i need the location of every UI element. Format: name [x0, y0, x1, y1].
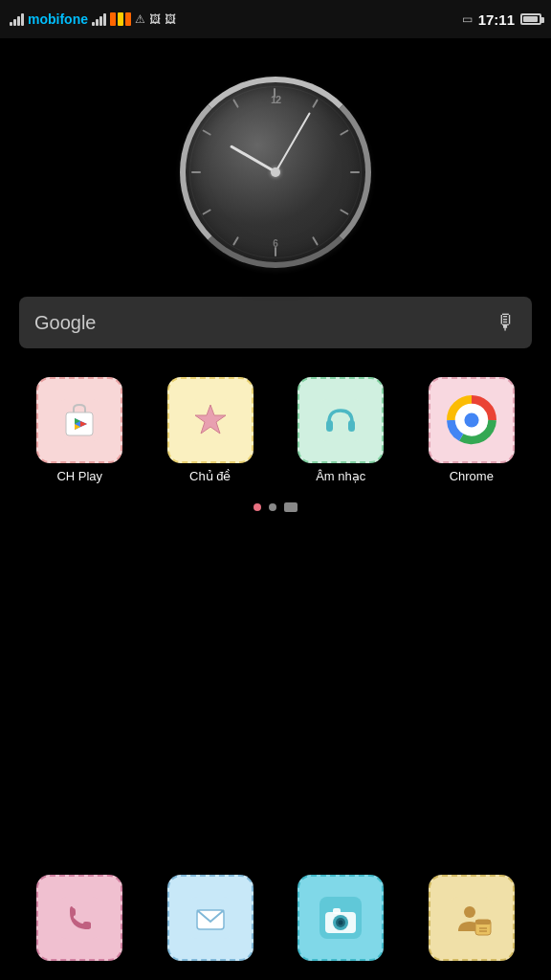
status-bar: mobifone ⚠ 🖼 🖼 ▭ 17:11	[0, 0, 551, 38]
svg-rect-26	[475, 920, 491, 924]
dock-icon-phone	[36, 875, 122, 961]
page-dot-1[interactable]	[253, 503, 261, 511]
chplay-svg-icon	[58, 399, 100, 441]
mic-icon[interactable]: 🎙	[496, 310, 517, 335]
tablet-icon: ▭	[462, 12, 473, 26]
clock-hour-hand	[230, 145, 276, 173]
svg-point-13	[464, 412, 478, 427]
svg-point-21	[339, 921, 343, 925]
clock-minute-hand	[275, 112, 311, 172]
dock-item-phone[interactable]	[19, 875, 141, 961]
status-time: 17:11	[478, 11, 515, 28]
mail-svg-icon	[189, 897, 231, 939]
app-icon-chrome	[429, 377, 515, 463]
app-label-chude: Chủ đề	[189, 469, 231, 483]
app-item-chrome[interactable]: Chrome	[411, 377, 533, 483]
status-left: mobifone ⚠ 🖼 🖼	[10, 11, 176, 27]
signal-bars	[10, 12, 24, 26]
clock-center-dot	[271, 167, 280, 177]
clock-num-12: 12	[271, 94, 280, 105]
dock-icon-contacts	[429, 875, 515, 961]
amnhac-svg-icon	[320, 399, 362, 441]
app-item-chude[interactable]: Chủ đề	[150, 377, 272, 483]
clock-face: 12 6	[180, 77, 371, 268]
app-label-amnhac: Âm nhạc	[316, 469, 365, 483]
signal-bars-2	[92, 12, 106, 26]
app-icon-chplay	[36, 377, 122, 463]
contacts-svg-icon	[451, 897, 493, 939]
page-dot-2[interactable]	[269, 503, 276, 511]
svg-rect-22	[333, 908, 341, 914]
svg-point-24	[464, 906, 475, 918]
svg-rect-10	[348, 420, 355, 432]
dock-icon-mail	[167, 875, 253, 961]
app-item-amnhac[interactable]: Âm nhạc	[280, 377, 402, 483]
dock-item-contacts[interactable]	[411, 875, 533, 961]
dock	[0, 875, 551, 961]
dock-icon-camera	[298, 875, 384, 961]
battery-icon	[520, 13, 541, 25]
app-label-chplay: CH Play	[56, 469, 102, 483]
chude-svg-icon	[189, 399, 231, 441]
svg-rect-9	[326, 420, 333, 432]
camera-svg-icon	[320, 897, 362, 939]
app-icon-amnhac	[298, 377, 384, 463]
warning-icon: ⚠	[135, 12, 145, 26]
page-dot-3[interactable]	[284, 502, 298, 512]
app-label-chrome: Chrome	[450, 469, 494, 483]
search-bar-container: Google 🎙	[19, 297, 532, 348]
app-icon-chude	[167, 377, 253, 463]
app-grid: CH Play Chủ đề Âm nhạc	[0, 377, 551, 483]
google-label: Google	[34, 312, 97, 334]
app-item-chplay[interactable]: CH Play	[19, 377, 141, 483]
svg-rect-8	[320, 399, 362, 441]
photo-icon-1: 🖼	[149, 12, 161, 26]
page-indicator	[0, 502, 551, 512]
chrome-svg-icon	[447, 395, 496, 445]
phone-svg-icon	[58, 897, 100, 939]
status-right: ▭ 17:11	[462, 11, 541, 28]
google-search-bar[interactable]: Google 🎙	[19, 297, 532, 348]
vn-logo-icon	[110, 12, 131, 26]
svg-rect-14	[58, 897, 100, 939]
dock-item-mail[interactable]	[150, 875, 272, 961]
carrier-name: mobifone	[28, 11, 88, 27]
dock-item-camera[interactable]	[280, 875, 402, 961]
clock-num-6: 6	[273, 238, 278, 249]
photo-icon-2: 🖼	[165, 12, 176, 26]
clock-widget: 12 6	[0, 77, 551, 268]
